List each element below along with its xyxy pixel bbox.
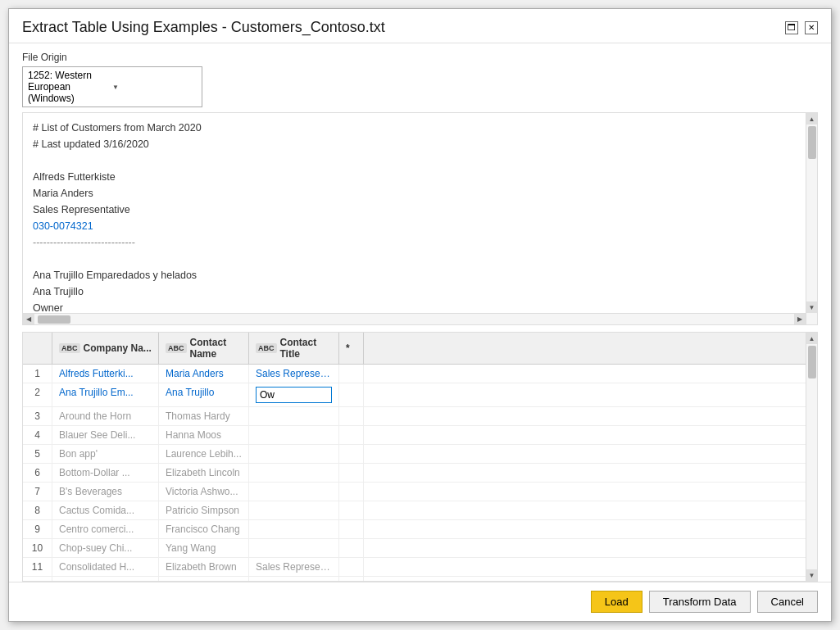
company-type-icon: ABC: [59, 343, 80, 353]
th-company: ABC Company Na...: [52, 333, 159, 364]
td-contact-title-6[interactable]: [249, 464, 339, 482]
th-contact-name: ABC Contact Name: [159, 333, 249, 364]
load-button[interactable]: Load: [591, 591, 642, 613]
content-area: File Origin 1252: Western European (Wind…: [9, 43, 831, 582]
td-company-8[interactable]: Cactus Comida...: [52, 501, 159, 519]
th-contact-title-label: Contact Title: [280, 337, 333, 360]
table-body: 1 Alfreds Futterki... Maria Anders Sales…: [23, 365, 817, 582]
row-num-12: 12: [23, 577, 52, 582]
td-contact-title-4[interactable]: [249, 426, 339, 444]
table-vertical-scrollbar[interactable]: ▲ ▼: [806, 333, 817, 581]
td-contact-title-10[interactable]: [249, 539, 339, 557]
td-star-12: [339, 577, 364, 582]
preview-text: # List of Customers from March 2020 # La…: [33, 120, 807, 324]
minimize-button[interactable]: 🗖: [785, 21, 798, 34]
td-star-1: [339, 365, 364, 383]
td-star-4: [339, 426, 364, 444]
td-contact-title-9[interactable]: [249, 520, 339, 538]
table-scroll-thumb[interactable]: [808, 346, 816, 378]
title-bar-controls: 🗖 ✕: [785, 21, 818, 34]
preview-blank-1: [33, 152, 807, 169]
contact-title-input[interactable]: [256, 387, 332, 403]
preview-horizontal-scrollbar[interactable]: ◀ ▶: [23, 313, 806, 324]
td-company-6[interactable]: Bottom-Dollar ...: [52, 464, 159, 482]
preview-line-6: 030-0074321: [33, 218, 807, 234]
cancel-button[interactable]: Cancel: [757, 591, 818, 613]
table-scroll-down-arrow[interactable]: ▼: [806, 569, 818, 581]
preview-scroll-container: # List of Customers from March 2020 # La…: [23, 113, 817, 324]
close-button[interactable]: ✕: [805, 21, 818, 34]
td-company-2[interactable]: Ana Trujillo Em...: [52, 383, 159, 406]
td-contact-name-3[interactable]: Thomas Hardy: [159, 407, 249, 425]
th-contact-title: ABC Contact Title: [249, 333, 339, 364]
scroll-thumb-horizontal[interactable]: [38, 315, 70, 324]
td-contact-name-8[interactable]: Patricio Simpson: [159, 501, 249, 519]
td-star-8: [339, 501, 364, 519]
table-row: 11 Consolidated H... Elizabeth Brown Sal…: [23, 558, 817, 577]
td-company-11[interactable]: Consolidated H...: [52, 558, 159, 576]
scroll-up-arrow[interactable]: ▲: [806, 113, 818, 125]
table-row: 1 Alfreds Futterki... Maria Anders Sales…: [23, 365, 817, 383]
td-company-4[interactable]: Blauer See Deli...: [52, 426, 159, 444]
transform-data-button[interactable]: Transform Data: [649, 591, 751, 613]
td-contact-name-11[interactable]: Elizabeth Brown: [159, 558, 249, 576]
td-company-1[interactable]: Alfreds Futterki...: [52, 365, 159, 383]
td-contact-name-5[interactable]: Laurence Lebih...: [159, 445, 249, 463]
dialog-title: Extract Table Using Examples - Customers…: [22, 19, 385, 36]
th-contact-name-label: Contact Name: [190, 337, 243, 360]
title-bar: Extract Table Using Examples - Customers…: [9, 9, 831, 43]
td-star-5: [339, 445, 364, 463]
scroll-thumb-vertical[interactable]: [808, 126, 816, 159]
td-company-9[interactable]: Centro comerci...: [52, 520, 159, 538]
preview-line-7: ------------------------------: [33, 234, 807, 251]
td-contact-name-12[interactable]: Sven Ottlieb: [159, 577, 249, 582]
td-contact-name-7[interactable]: Victoria Ashwo...: [159, 483, 249, 501]
main-dialog: Extract Table Using Examples - Customers…: [8, 8, 832, 622]
th-company-label: Company Na...: [84, 342, 152, 354]
td-company-3[interactable]: Around the Horn: [52, 407, 159, 425]
td-company-10[interactable]: Chop-suey Chi...: [52, 539, 159, 557]
preview-blank-2: [33, 251, 807, 267]
table-row: 7 B's Beverages Victoria Ashwo...: [23, 483, 817, 501]
td-company-5[interactable]: Bon app': [52, 445, 159, 463]
row-num-6: 6: [23, 464, 52, 482]
table-row: 6 Bottom-Dollar ... Elizabeth Lincoln: [23, 464, 817, 483]
table-row: 12 Drachenblut D... Sven Ottlieb Order A…: [23, 577, 817, 582]
row-num-2: 2: [23, 383, 52, 406]
scroll-left-arrow[interactable]: ◀: [23, 314, 34, 325]
td-contact-name-2[interactable]: Ana Trujillo: [159, 383, 249, 406]
td-company-12[interactable]: Drachenblut D...: [52, 577, 159, 582]
td-company-7[interactable]: B's Beverages: [52, 483, 159, 501]
td-contact-title-7[interactable]: [249, 483, 339, 501]
scroll-right-arrow[interactable]: ▶: [794, 314, 806, 325]
td-contact-title-11[interactable]: Sales Represen...: [249, 558, 339, 576]
preview-line-8: Ana Trujillo Emparedados y helados: [33, 267, 807, 283]
table-row-editing: 2 Ana Trujillo Em... Ana Trujillo: [23, 383, 817, 407]
file-origin-dropdown[interactable]: 1252: Western European (Windows) ▼: [22, 66, 202, 107]
preview-line-1: # List of Customers from March 2020: [33, 120, 807, 136]
td-contact-title-5[interactable]: [249, 445, 339, 463]
data-table: ABC Company Na... ABC Contact Name ABC C…: [22, 332, 818, 582]
td-star-10: [339, 539, 364, 557]
table-row: 4 Blauer See Deli... Hanna Moos: [23, 426, 817, 445]
preview-line-9: Ana Trujillo: [33, 283, 807, 300]
td-contact-title-2[interactable]: [249, 383, 339, 406]
table-row: 5 Bon app' Laurence Lebih...: [23, 445, 817, 464]
td-contact-name-9[interactable]: Francisco Chang: [159, 520, 249, 538]
row-num-3: 3: [23, 407, 52, 425]
td-contact-name-10[interactable]: Yang Wang: [159, 539, 249, 557]
td-contact-title-8[interactable]: [249, 501, 339, 519]
td-contact-title-1[interactable]: Sales Represen...: [249, 365, 339, 383]
table-scroll-up-arrow[interactable]: ▲: [806, 333, 818, 344]
td-contact-name-1[interactable]: Maria Anders: [159, 365, 249, 383]
table-header: ABC Company Na... ABC Contact Name ABC C…: [23, 333, 817, 365]
scroll-down-arrow[interactable]: ▼: [806, 301, 818, 313]
td-contact-title-12[interactable]: Order Administ...: [249, 577, 339, 582]
table-row: 3 Around the Horn Thomas Hardy: [23, 407, 817, 426]
preview-line-5: Sales Representative: [33, 202, 807, 218]
td-contact-name-6[interactable]: Elizabeth Lincoln: [159, 464, 249, 482]
td-contact-title-3[interactable]: [249, 407, 339, 425]
row-num-4: 4: [23, 426, 52, 444]
td-contact-name-4[interactable]: Hanna Moos: [159, 426, 249, 444]
preview-vertical-scrollbar[interactable]: ▲ ▼: [806, 113, 817, 324]
